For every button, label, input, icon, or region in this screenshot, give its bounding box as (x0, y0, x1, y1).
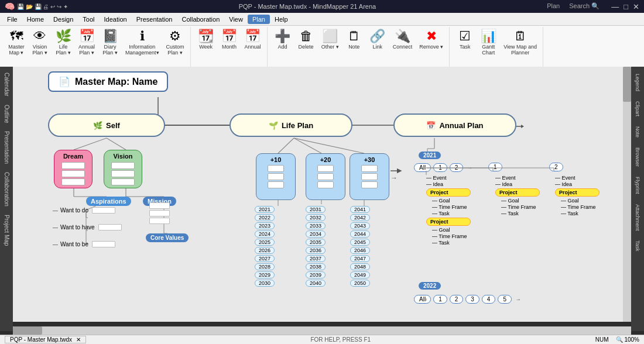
year-2033[interactable]: 2033 (306, 222, 326, 229)
right-note[interactable]: Note (633, 122, 642, 142)
tab-2022-5[interactable]: 5 (498, 295, 512, 304)
tab-num-1-2021[interactable]: 1 (488, 163, 502, 170)
menu-plan[interactable]: Plan (248, 15, 270, 24)
maximize-button[interactable]: □ (624, 2, 628, 11)
right-browser[interactable]: Browser (633, 143, 642, 171)
sidebar-project-map[interactable]: Project Map (2, 211, 12, 249)
menu-collaboration[interactable]: Collaboration (177, 15, 224, 24)
remove-button[interactable]: ✖ Remove ▾ (417, 28, 446, 51)
year-2025-lp[interactable]: 2025 (255, 239, 275, 246)
sidebar-collaboration[interactable]: Collaboration (2, 168, 12, 210)
tab-num-2-2021[interactable]: 2 (549, 163, 563, 170)
tab-2022-all[interactable]: All (414, 295, 431, 304)
delete-button[interactable]: 🗑 Delete (296, 28, 317, 51)
year-2029-lp[interactable]: 2029 (255, 271, 275, 278)
year-2031[interactable]: 2031 (306, 206, 326, 213)
year-2026-lp[interactable]: 2026 (255, 247, 275, 254)
close-button[interactable]: ✕ (633, 2, 639, 11)
year-2048[interactable]: 2048 (350, 263, 370, 270)
tab-2022-4[interactable]: 4 (482, 295, 496, 304)
view-map-planner-button[interactable]: 🗓 View Map andPlanner (501, 28, 539, 57)
search-button[interactable]: Search 🔍 (569, 2, 600, 11)
diary-plan-button[interactable]: 📓 DiaryPlan ▾ (100, 28, 121, 57)
year-2042[interactable]: 2042 (350, 214, 370, 221)
sidebar-calendar[interactable]: Calendar (2, 69, 12, 100)
custom-plan-button[interactable]: ⚙ CustomPlan ▾ (164, 28, 187, 57)
plus20-node[interactable]: +20 (306, 153, 345, 200)
year-2047[interactable]: 2047 (350, 255, 370, 262)
menu-help[interactable]: Help (270, 15, 293, 24)
annual-plan-branch[interactable]: 📅 Annual Plan (393, 113, 516, 137)
vision-node[interactable]: Vision (104, 150, 142, 188)
tab-2022-3[interactable]: 3 (465, 295, 479, 304)
window-controls[interactable]: Plan Search 🔍 — □ ✕ (547, 2, 639, 11)
year-2038[interactable]: 2038 (306, 263, 326, 270)
horizontal-scrollbar[interactable] (13, 326, 631, 335)
right-task[interactable]: Task (633, 236, 642, 256)
year-2032[interactable]: 2032 (306, 214, 326, 221)
year-2022-lp[interactable]: 2022 (255, 214, 275, 221)
master-map-button[interactable]: 🗺 MasterMap ▾ (6, 28, 27, 57)
other-button[interactable]: ⬜ Other ▾ (319, 28, 341, 51)
sidebar-outline[interactable]: Outline (2, 101, 12, 127)
year-2021-lp[interactable]: 2021 (255, 206, 275, 213)
year-2035[interactable]: 2035 (306, 239, 326, 246)
vision-plan-button[interactable]: 👁 VisionPlan ▾ (29, 28, 50, 57)
annual-plan-button[interactable]: 📅 AnnualPlan ▾ (76, 28, 97, 57)
menu-file[interactable]: File (2, 15, 22, 24)
week-button[interactable]: 📆 Week (196, 28, 217, 51)
task-button[interactable]: ☑ Task (454, 28, 475, 51)
tab-2022-1[interactable]: 1 (433, 295, 447, 304)
login-button[interactable]: Plan (547, 2, 560, 11)
year-2046[interactable]: 2046 (350, 247, 370, 254)
project-badge-col1[interactable]: Project (495, 188, 540, 197)
menu-design[interactable]: Design (49, 15, 78, 24)
year-2044[interactable]: 2044 (350, 231, 370, 238)
year-2049[interactable]: 2049 (350, 271, 370, 278)
year-2027-lp[interactable]: 2027 (255, 255, 275, 262)
file-tab[interactable]: PQP - Master Map.twdx ✕ (5, 336, 86, 343)
year-2023-lp[interactable]: 2023 (255, 222, 275, 229)
year-2030-lp[interactable]: 2030 (255, 280, 275, 287)
zoom-controls[interactable]: 🔍 100% (616, 336, 639, 343)
menu-tool[interactable]: Tool (78, 15, 99, 24)
link-button[interactable]: 🔗 Link (367, 28, 388, 51)
annual-button[interactable]: 📅 Annual (242, 28, 263, 51)
year-2034[interactable]: 2034 (306, 231, 326, 238)
year-2045[interactable]: 2045 (350, 239, 370, 246)
minimize-button[interactable]: — (611, 2, 619, 11)
canvas[interactable]: 📄 Master Map: Name 🌿 Self 🌱 Life Plan 📅 … (13, 67, 631, 322)
year-2037[interactable]: 2037 (306, 255, 326, 262)
year-2043[interactable]: 2043 (350, 222, 370, 229)
connect-button[interactable]: 🔌 Connect (390, 28, 415, 51)
vertical-scrollbar[interactable] (623, 67, 631, 322)
life-plan-branch[interactable]: 🌱 Life Plan (229, 113, 352, 137)
right-attachment[interactable]: Attachment (633, 199, 642, 236)
tab-close-icon[interactable]: ✕ (76, 336, 81, 343)
note-button[interactable]: 🗒 Note (344, 28, 365, 51)
year-2039[interactable]: 2039 (306, 271, 326, 278)
year-2041[interactable]: 2041 (350, 206, 370, 213)
info-mgmt-button[interactable]: ℹ InformationManagement▾ (123, 28, 162, 57)
tab-2021-2[interactable]: 2 (450, 163, 464, 172)
year-2050[interactable]: 2050 (350, 280, 370, 287)
sidebar-presentation[interactable]: Presentation (2, 128, 12, 167)
right-legend[interactable]: Legend (633, 69, 642, 96)
tab-2021-all[interactable]: All (414, 163, 431, 172)
year-2028-lp[interactable]: 2028 (255, 263, 275, 270)
year-2040[interactable]: 2040 (306, 280, 326, 287)
right-flyprint[interactable]: Flyprint (633, 172, 642, 199)
life-plan-button[interactable]: 🌿 LifePlan ▾ (53, 28, 74, 57)
year-2024-lp[interactable]: 2024 (255, 231, 275, 238)
add-button[interactable]: ➕ Add (272, 28, 293, 51)
year-2036[interactable]: 2036 (306, 247, 326, 254)
right-clipart[interactable]: Clipart (633, 97, 642, 121)
tab-2021-1[interactable]: 1 (433, 163, 447, 172)
plus30-node[interactable]: +30 (350, 153, 389, 200)
self-branch[interactable]: 🌿 Self (48, 113, 165, 137)
plus10-node[interactable]: +10 (256, 153, 296, 200)
menu-view[interactable]: View (224, 15, 248, 24)
year-2021-badge[interactable]: 2021 (419, 152, 441, 159)
project-badge-col2[interactable]: Project (555, 188, 600, 197)
dream-node[interactable]: Dream (54, 150, 93, 188)
